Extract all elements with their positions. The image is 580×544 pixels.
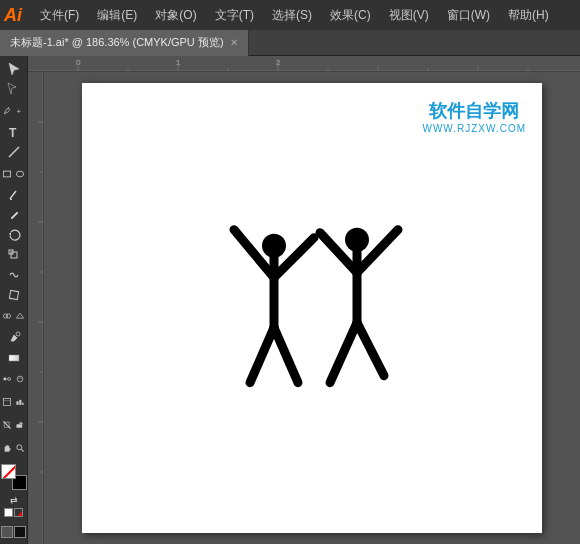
screen-mode-normal[interactable] [1,526,13,538]
hand-zoom-row [1,437,27,459]
slice-tool[interactable] [1,414,14,436]
rotate-tool[interactable] [3,226,25,245]
menu-view[interactable]: 视图(V) [381,3,437,28]
swap-colors-icon[interactable]: ⇄ [10,495,18,505]
eraser-tool[interactable] [14,414,27,436]
canvas-document: 软件自学网 WWW.RJZXW.COM [82,83,542,533]
warp-tool[interactable] [3,265,25,284]
figure2-right-leg [357,323,384,376]
menu-file[interactable]: 文件(F) [32,3,87,28]
ellipse-tool[interactable] [14,163,27,185]
gradient-tool[interactable] [3,348,25,367]
svg-line-26 [21,449,23,451]
hand-tool[interactable] [1,437,14,459]
color-section: ⇄ [1,460,27,523]
svg-line-3 [9,147,19,157]
stick-figures-svg [202,208,422,428]
color-mode-row [4,508,23,517]
svg-rect-17 [3,398,10,405]
svg-text:T: T [9,126,17,139]
svg-rect-4 [3,171,10,177]
svg-point-11 [16,332,20,336]
artboard-tool[interactable] [1,391,14,413]
shape-tools-row [1,163,27,185]
add-anchor-tool[interactable]: + [14,100,27,122]
watermark-title: 软件自学网 [422,101,526,123]
graph-row [1,391,27,413]
svg-point-16 [17,376,23,382]
menu-type[interactable]: 文字(T) [207,3,262,28]
figure2-left-leg [330,323,357,383]
scale-tool[interactable] [3,245,25,264]
screen-mode-row [1,524,27,540]
menu-bar: Ai 文件(F) 编辑(E) 对象(O) 文字(T) 选择(S) 效果(C) 视… [0,0,580,30]
figure1-left-leg [250,328,274,383]
svg-rect-20 [19,400,21,405]
menu-items: 文件(F) 编辑(E) 对象(O) 文字(T) 选择(S) 效果(C) 视图(V… [32,3,557,28]
rect-tool[interactable] [1,163,14,185]
menu-help[interactable]: 帮助(H) [500,3,557,28]
menu-select[interactable]: 选择(S) [264,3,320,28]
svg-rect-19 [16,401,18,405]
svg-rect-21 [22,403,23,405]
canvas-area[interactable]: 0 1 2 [28,56,580,544]
type-tool[interactable]: T [3,123,25,142]
shape-builder-tool[interactable] [1,305,14,327]
svg-rect-24 [16,424,22,428]
pen-tools-row: + [1,100,27,122]
eyedropper-tool[interactable] [3,328,25,347]
svg-text:0: 0 [76,58,81,67]
pencil-tool[interactable] [3,206,25,225]
svg-line-28 [15,511,23,517]
shape-builder-row [1,305,27,327]
svg-point-5 [16,171,23,177]
svg-rect-6 [11,252,17,258]
svg-point-14 [8,378,11,381]
menu-window[interactable]: 窗口(W) [439,3,498,28]
svg-text:+: + [16,107,21,116]
menu-edit[interactable]: 编辑(E) [89,3,145,28]
menu-object[interactable]: 对象(O) [147,3,204,28]
pen-tool[interactable] [1,100,14,122]
fill-stroke-swatches[interactable] [1,464,27,490]
watermark: 软件自学网 WWW.RJZXW.COM [422,101,526,134]
toolbar: + T [0,56,28,544]
svg-line-27 [2,465,16,479]
color-fill-icon[interactable] [4,508,13,517]
column-chart-tool[interactable] [14,391,27,413]
gradient-fill-icon[interactable] [14,508,23,517]
direct-selection-tool[interactable] [3,80,25,99]
slice-row [1,414,27,436]
svg-text:1: 1 [176,58,181,67]
perspective-tool[interactable] [14,305,27,327]
svg-point-10 [6,314,10,318]
watermark-url: WWW.RJZXW.COM [422,123,526,134]
svg-point-0 [8,107,9,108]
screen-mode-full[interactable] [14,526,26,538]
zoom-tool[interactable] [14,437,27,459]
tab-close-button[interactable]: ✕ [230,38,238,48]
blend-row [1,368,27,390]
document-tab[interactable]: 未标题-1.ai* @ 186.36% (CMYK/GPU 预览) ✕ [0,30,249,56]
stick-figures [202,208,422,431]
brush-tool[interactable] [3,186,25,205]
svg-line-22 [3,421,10,428]
svg-rect-8 [9,290,18,299]
symbol-tool[interactable] [14,368,27,390]
line-tool[interactable] [3,143,25,162]
svg-point-25 [17,445,22,450]
main-area: + T [0,56,580,544]
ruler-horizontal: 0 1 2 [28,56,580,72]
ruler-vertical [28,72,44,544]
svg-point-13 [3,378,6,381]
selection-tool[interactable] [3,60,25,79]
svg-text:2: 2 [276,58,281,67]
free-transform-tool[interactable] [3,285,25,304]
app-logo: Ai [4,6,22,24]
blend-tool[interactable] [1,368,14,390]
menu-effect[interactable]: 效果(C) [322,3,379,28]
tab-bar: 未标题-1.ai* @ 186.36% (CMYK/GPU 预览) ✕ [0,30,580,56]
figure1-right-leg [274,328,298,383]
svg-rect-12 [9,355,19,361]
tab-title: 未标题-1.ai* @ 186.36% (CMYK/GPU 预览) [10,35,224,50]
